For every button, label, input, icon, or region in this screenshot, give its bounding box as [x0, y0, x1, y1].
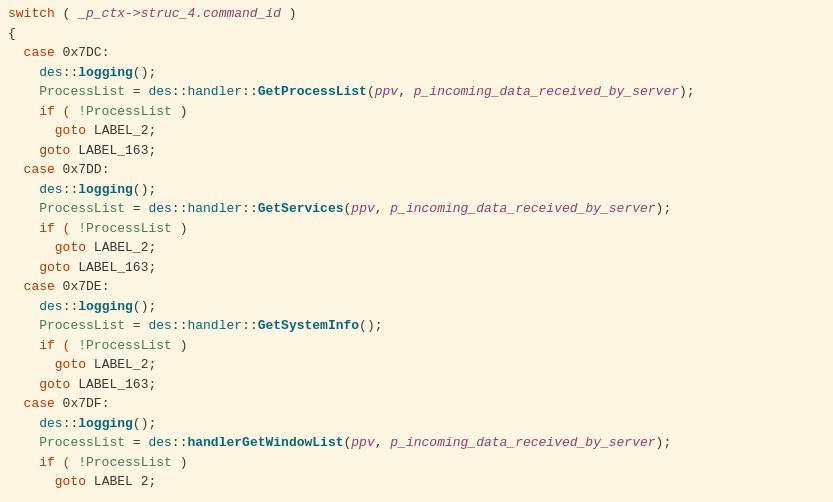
code-token: 0x7DE [63, 277, 102, 297]
code-line: case 0x7DD: [0, 160, 833, 180]
code-token: goto [8, 472, 94, 492]
code-token: handler [187, 316, 242, 336]
code-token: ProcessList [39, 316, 125, 336]
code-line: if ( !ProcessList ) [0, 219, 833, 239]
code-line: goto LABEL 2; [0, 472, 833, 492]
code-line: goto LABEL_2; [0, 238, 833, 258]
code-token: goto [8, 121, 94, 141]
code-token [8, 180, 39, 200]
code-token: handlerGetWindowList [187, 433, 343, 453]
code-token: goto [8, 355, 94, 375]
code-token: = [125, 82, 148, 102]
code-token: :: [63, 297, 79, 317]
code-token: ProcessList [39, 82, 125, 102]
code-token: ); [656, 433, 672, 453]
code-token: ppv [351, 199, 374, 219]
code-token [8, 433, 39, 453]
code-token: ) [172, 453, 188, 473]
code-token: ; [148, 121, 156, 141]
code-token: ppv [375, 82, 398, 102]
code-line: des::logging(); [0, 63, 833, 83]
code-token: ; [148, 472, 156, 492]
code-token: p_incoming_data_received_by_server [390, 199, 655, 219]
code-token: !ProcessList [78, 219, 172, 239]
code-token: des [39, 63, 62, 83]
code-token: logging [78, 63, 133, 83]
code-token: ); [656, 199, 672, 219]
code-token: ppv [351, 433, 374, 453]
code-token: GetSystemInfo [258, 316, 359, 336]
code-token: :: [242, 199, 258, 219]
code-line: ProcessList = des::handler::GetServices(… [0, 199, 833, 219]
code-token: ProcessList [39, 199, 125, 219]
code-token [8, 316, 39, 336]
code-token: ProcessList [39, 433, 125, 453]
code-token: : [102, 43, 110, 63]
code-token: !ProcessList [78, 336, 172, 356]
code-token: goto [8, 238, 94, 258]
code-token: p_incoming_data_received_by_server [414, 82, 679, 102]
code-line: goto LABEL_163; [0, 258, 833, 278]
code-token: ; [148, 258, 156, 278]
code-token: LABEL_2 [94, 121, 149, 141]
code-token: if ( [8, 219, 78, 239]
code-line: if ( !ProcessList ) [0, 336, 833, 356]
code-token: :: [172, 433, 188, 453]
code-line: des::logging(); [0, 297, 833, 317]
code-token: (); [133, 63, 156, 83]
code-token: ( [55, 4, 78, 24]
code-line: ProcessList = des::handler::GetProcessLi… [0, 82, 833, 102]
code-token: goto [8, 141, 78, 161]
code-token: if ( [8, 453, 78, 473]
code-token: :: [242, 316, 258, 336]
code-token: case [8, 394, 63, 414]
code-token: :: [242, 82, 258, 102]
code-token: goto [8, 375, 78, 395]
code-line: switch ( _p_ctx->struc_4.command_id ) [0, 4, 833, 24]
code-token: handler [187, 82, 242, 102]
code-token [8, 297, 39, 317]
code-token: = [125, 199, 148, 219]
code-token: switch [8, 4, 55, 24]
code-token: ) [172, 219, 188, 239]
code-line: case 0x7DE: [0, 277, 833, 297]
code-token: ) [172, 102, 188, 122]
code-token: case [8, 277, 63, 297]
code-token: : [102, 160, 110, 180]
code-line: des::logging(); [0, 180, 833, 200]
code-token: case [8, 43, 63, 63]
code-token: LABEL_2 [94, 355, 149, 375]
code-line: goto LABEL_2; [0, 121, 833, 141]
code-line: goto LABEL_163; [0, 375, 833, 395]
code-token: GetProcessList [258, 82, 367, 102]
code-token: LABEL_2 [94, 238, 149, 258]
code-line: des::logging(); [0, 414, 833, 434]
code-token: if ( [8, 336, 78, 356]
code-token: p_incoming_data_received_by_server [390, 433, 655, 453]
code-token [8, 199, 39, 219]
code-token: des [148, 199, 171, 219]
code-token: ); [679, 82, 695, 102]
code-token: goto [8, 258, 78, 278]
code-token: 0x7DC [63, 43, 102, 63]
code-token: :: [172, 316, 188, 336]
code-token: : [102, 277, 110, 297]
code-line: ProcessList = des::handler::GetSystemInf… [0, 316, 833, 336]
code-token: ; [148, 141, 156, 161]
code-token: des [148, 316, 171, 336]
code-token: { [8, 24, 16, 44]
code-token [8, 414, 39, 434]
code-token: !ProcessList [78, 453, 172, 473]
code-token [8, 63, 39, 83]
code-line: case 0x7DC: [0, 43, 833, 63]
code-editor: switch ( _p_ctx->struc_4.command_id ){ c… [0, 0, 833, 502]
code-token: :: [172, 199, 188, 219]
code-token: des [148, 433, 171, 453]
code-token: ; [148, 375, 156, 395]
code-token: :: [63, 180, 79, 200]
code-token: ( [367, 82, 375, 102]
code-token: LABEL 2 [94, 472, 149, 492]
code-token: _p_ctx->struc_4.command_id [78, 4, 281, 24]
code-token: (); [133, 180, 156, 200]
code-token: , [398, 82, 414, 102]
